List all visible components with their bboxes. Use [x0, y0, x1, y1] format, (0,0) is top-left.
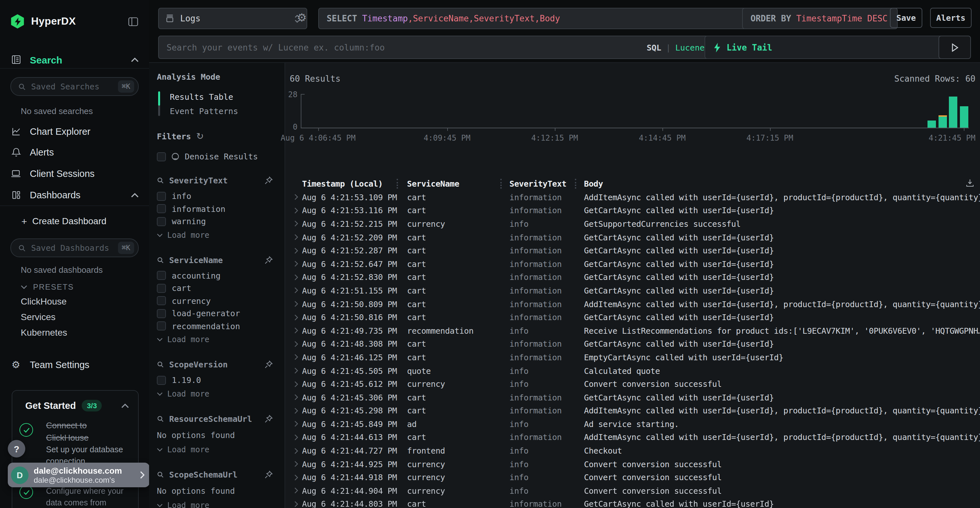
expand-row-chevron-icon[interactable]: [290, 327, 302, 334]
expand-row-chevron-icon[interactable]: [290, 247, 302, 254]
log-row[interactable]: Aug 6 4:21:50.816 PM cart information Ge…: [290, 311, 980, 324]
log-row[interactable]: Aug 6 4:21:44.803 PM cart information Ge…: [290, 497, 980, 508]
expand-row-chevron-icon[interactable]: [290, 341, 302, 347]
log-row[interactable]: Aug 6 4:21:49.735 PM recommendation info…: [290, 324, 980, 337]
preset-kubernetes[interactable]: Kubernetes: [21, 327, 67, 338]
log-row[interactable]: Aug 6 4:21:44.904 PM currency info Conve…: [290, 484, 980, 497]
expand-row-chevron-icon[interactable]: [290, 367, 302, 374]
pin-icon[interactable]: [264, 176, 273, 185]
log-row[interactable]: Aug 6 4:21:45.298 PM cart information Ad…: [290, 404, 980, 417]
histogram-bar[interactable]: [959, 106, 968, 128]
source-select[interactable]: Logs: [158, 8, 307, 29]
select-query-input[interactable]: SELECT Timestamp ,ServiceName,SeverityTe…: [318, 8, 752, 29]
log-row[interactable]: Aug 6 4:21:44.727 PM frontend info Check…: [290, 444, 980, 457]
expand-row-chevron-icon[interactable]: [290, 421, 302, 427]
expand-row-chevron-icon[interactable]: [290, 274, 302, 281]
filter-option[interactable]: info: [157, 190, 275, 203]
histogram-bar[interactable]: [927, 121, 935, 128]
log-row[interactable]: Aug 6 4:21:52.647 PM cart information Ge…: [290, 257, 980, 270]
log-row[interactable]: Aug 6 4:21:45.849 PM ad info Ad service …: [290, 417, 980, 430]
log-row[interactable]: Aug 6 4:21:52.215 PM currency info GetSu…: [290, 217, 980, 230]
pin-icon[interactable]: [264, 360, 273, 369]
collapse-sidebar-icon[interactable]: [128, 16, 139, 26]
log-row[interactable]: Aug 6 4:21:45.612 PM currency info Conve…: [290, 378, 980, 391]
filter-option-checkbox[interactable]: [157, 192, 166, 201]
expand-row-chevron-icon[interactable]: [290, 287, 302, 294]
expand-row-chevron-icon[interactable]: [290, 501, 302, 507]
sidebar-item-search[interactable]: Search: [0, 51, 149, 69]
gear-icon[interactable]: ⚙: [297, 12, 307, 23]
load-more-button[interactable]: Load more: [157, 388, 275, 400]
saved-dashboards-input[interactable]: Saved Dashboards ⌘K: [10, 238, 139, 257]
expand-row-chevron-icon[interactable]: [290, 448, 302, 454]
mode-event-patterns[interactable]: Event Patterns: [164, 104, 275, 118]
histogram-bar-warning-segment[interactable]: [938, 116, 947, 117]
saved-searches-input[interactable]: Saved Searches ⌘K: [10, 77, 139, 96]
filter-option-checkbox[interactable]: [157, 205, 166, 213]
order-by-input[interactable]: ORDER BY TimestampTime DESC: [742, 8, 898, 29]
create-dashboard-button[interactable]: + Create Dashboard: [0, 215, 149, 227]
get-started-step1-title[interactable]: Connect to ClickHouse: [46, 419, 106, 444]
log-row[interactable]: Aug 6 4:21:45.306 PM cart information Ge…: [290, 391, 980, 404]
preset-services[interactable]: Services: [21, 312, 56, 322]
alerts-button[interactable]: Alerts: [930, 8, 972, 28]
column-header-body[interactable]: Body: [576, 179, 980, 189]
log-row[interactable]: Aug 6 4:21:52.287 PM cart information Ge…: [290, 244, 980, 257]
filter-option[interactable]: accounting: [157, 269, 275, 282]
filter-option[interactable]: information: [157, 203, 275, 215]
column-header-servicename[interactable]: ServiceName: [398, 179, 502, 189]
expand-row-chevron-icon[interactable]: [290, 261, 302, 267]
log-row[interactable]: Aug 6 4:21:46.125 PM cart information Em…: [290, 351, 980, 364]
filter-option[interactable]: 1.19.0: [157, 374, 275, 386]
log-row[interactable]: Aug 6 4:21:44.613 PM cart information Ad…: [290, 430, 980, 444]
expand-row-chevron-icon[interactable]: [290, 408, 302, 414]
event-search-input[interactable]: Search your events w/ Lucene ex. column:…: [158, 36, 712, 59]
expand-row-chevron-icon[interactable]: [290, 221, 302, 227]
filter-option-checkbox[interactable]: [157, 271, 166, 280]
sidebar-item-chart-explorer[interactable]: Chart Explorer: [0, 123, 149, 140]
sidebar-item-dashboards[interactable]: Dashboards: [0, 187, 149, 203]
expand-row-chevron-icon[interactable]: [290, 207, 302, 214]
mode-results-table[interactable]: Results Table: [164, 89, 275, 104]
user-menu-popup[interactable]: D dale@clickhouse.com dale@clickhouse.co…: [8, 463, 150, 487]
histogram-bar[interactable]: [938, 117, 947, 128]
help-button[interactable]: ?: [8, 440, 25, 457]
pin-icon[interactable]: [264, 470, 273, 478]
log-row[interactable]: Aug 6 4:21:53.109 PM cart information Ad…: [290, 190, 980, 204]
pin-icon[interactable]: [264, 414, 273, 423]
language-lucene-toggle[interactable]: Lucene: [675, 43, 705, 52]
filter-option[interactable]: currency: [157, 295, 275, 307]
sidebar-item-team-settings[interactable]: ⚙ Team Settings: [0, 356, 149, 373]
expand-row-chevron-icon[interactable]: [290, 314, 302, 321]
save-button[interactable]: Save: [890, 8, 922, 28]
get-started-step2-subtitle[interactable]: Configure where your data comes from: [46, 485, 138, 508]
expand-row-chevron-icon[interactable]: [290, 487, 302, 494]
filter-option[interactable]: recommendation: [157, 320, 275, 332]
chevron-up-icon[interactable]: [121, 403, 129, 408]
log-row[interactable]: Aug 6 4:21:50.809 PM cart information Ad…: [290, 297, 980, 311]
sidebar-item-alerts[interactable]: Alerts: [0, 144, 149, 161]
log-row[interactable]: Aug 6 4:21:51.155 PM cart information Ge…: [290, 284, 980, 297]
log-row[interactable]: Aug 6 4:21:52.830 PM cart information Ge…: [290, 270, 980, 284]
log-row[interactable]: Aug 6 4:21:44.918 PM currency info Conve…: [290, 471, 980, 484]
run-query-button[interactable]: [939, 36, 971, 59]
column-header-timestamp[interactable]: Timestamp (Local): [302, 179, 398, 189]
denoise-checkbox[interactable]: [157, 152, 166, 161]
histogram-bar[interactable]: [949, 96, 957, 128]
language-sql-toggle[interactable]: SQL: [646, 43, 661, 52]
filter-option[interactable]: cart: [157, 282, 275, 295]
sidebar-item-client-sessions[interactable]: Client Sessions: [0, 165, 149, 182]
load-more-button[interactable]: Load more: [157, 443, 275, 455]
log-row[interactable]: Aug 6 4:21:44.925 PM currency info Conve…: [290, 457, 980, 471]
expand-row-chevron-icon[interactable]: [290, 194, 302, 200]
filter-option-checkbox[interactable]: [157, 297, 166, 305]
filter-option[interactable]: load-generator: [157, 307, 275, 320]
filter-option-checkbox[interactable]: [157, 217, 166, 226]
filter-option-checkbox[interactable]: [157, 376, 166, 385]
load-more-button[interactable]: Load more: [157, 229, 275, 241]
log-row[interactable]: Aug 6 4:21:52.209 PM cart information Ge…: [290, 231, 980, 244]
filter-option-checkbox[interactable]: [157, 284, 166, 293]
expand-row-chevron-icon[interactable]: [290, 234, 302, 240]
load-more-button[interactable]: Load more: [157, 499, 275, 508]
presets-toggle[interactable]: PRESETS: [0, 281, 149, 293]
